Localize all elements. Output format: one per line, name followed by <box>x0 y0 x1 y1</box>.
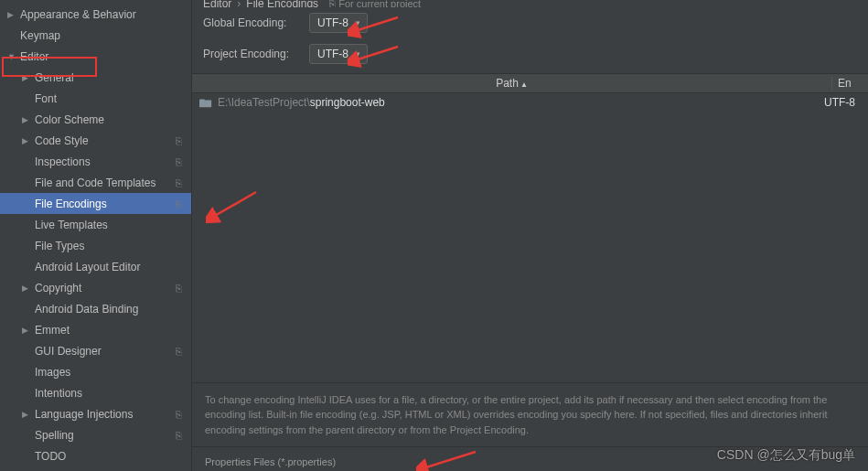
encoding-table-header: Path▲ En <box>192 73 868 93</box>
tree-item-label: TODO <box>35 450 191 463</box>
tree-item-label: General <box>35 71 191 84</box>
project-scope-icon: ⎘ <box>176 177 182 188</box>
tree-item-language-injections[interactable]: ▶Language Injections⎘ <box>0 403 191 424</box>
tree-item-label: Inspections <box>35 155 191 168</box>
path-prefix: E:\IdeaTestProject\ <box>218 96 310 109</box>
breadcrumb-cat: Editor <box>203 0 231 7</box>
tree-item-android-data-binding[interactable]: Android Data Binding <box>0 298 191 319</box>
tree-item-file-and-code-templates[interactable]: File and Code Templates⎘ <box>0 172 191 193</box>
tree-item-label: Emmet <box>35 324 191 337</box>
encoding-hint: To change encoding IntelliJ IDEA uses fo… <box>192 382 868 447</box>
tree-item-todo[interactable]: TODO <box>0 445 191 466</box>
arrow-down-icon: ▼ <box>7 52 16 61</box>
global-encoding-value: UTF-8 <box>317 16 348 29</box>
encoding-value[interactable]: UTF-8 <box>824 96 868 109</box>
tree-item-code-style[interactable]: ▶Code Style⎘ <box>0 130 191 151</box>
project-scope-icon: ⎘ <box>176 346 182 357</box>
tree-item-label: Font <box>35 92 191 105</box>
arrow-right-icon: ▶ <box>22 73 31 82</box>
arrow-right-icon: ▶ <box>7 10 16 19</box>
sort-asc-icon: ▲ <box>520 80 528 89</box>
tree-item-keymap[interactable]: Keymap <box>0 25 191 46</box>
tree-item-live-templates[interactable]: Live Templates <box>0 214 191 235</box>
tree-item-label: Appearance & Behavior <box>20 8 191 21</box>
tree-item-file-encodings[interactable]: File Encodings⎘ <box>0 193 191 214</box>
tree-item-label: Editor <box>20 50 191 63</box>
tree-item-label: File and Code Templates <box>35 177 191 189</box>
tree-item-label: Android Layout Editor <box>35 261 191 273</box>
table-row[interactable]: E:\IdeaTestProject\springboot-webUTF-8 <box>192 93 868 112</box>
project-scope-icon: ⎘ <box>176 283 182 294</box>
tree-item-label: File Encodings <box>35 198 191 210</box>
tree-item-font[interactable]: Font <box>0 88 191 109</box>
caret-down-icon: ▼ <box>354 19 361 27</box>
tree-item-editor[interactable]: ▼Editor <box>0 46 191 67</box>
tree-item-android-layout-editor[interactable]: Android Layout Editor <box>0 256 191 277</box>
project-encoding-value: UTF-8 <box>317 48 348 60</box>
arrow-right-icon: ▶ <box>22 410 31 419</box>
global-encoding-combo[interactable]: UTF-8 ▼ <box>309 13 368 33</box>
col-path-header[interactable]: Path▲ <box>192 77 831 90</box>
main-panel: Editor › File Encodings ⎘ For current pr… <box>192 0 868 471</box>
tree-item-label: Keymap <box>20 29 191 42</box>
tree-item-intentions[interactable]: Intentions <box>0 382 191 403</box>
settings-tree[interactable]: ▶Appearance & BehaviorKeymap▼Editor▶Gene… <box>0 0 192 471</box>
tree-item-gui-designer[interactable]: GUI Designer⎘ <box>0 340 191 361</box>
breadcrumb: Editor › File Encodings ⎘ For current pr… <box>192 0 868 7</box>
project-scope-icon: ⎘ <box>176 409 182 420</box>
chevron-right-icon: › <box>237 0 241 7</box>
project-encoding-combo[interactable]: UTF-8 ▼ <box>309 44 368 64</box>
tree-item-label: Color Scheme <box>35 113 191 126</box>
folder-icon <box>199 97 212 108</box>
tree-item-label: File Types <box>35 240 191 252</box>
project-scope-icon: ⎘ <box>176 198 182 209</box>
tree-item-label: GUI Designer <box>35 345 191 358</box>
tree-item-label: Language Injections <box>35 408 191 421</box>
tree-item-images[interactable]: Images <box>0 361 191 382</box>
path-name: springboot-web <box>310 96 385 109</box>
tree-item-color-scheme[interactable]: ▶Color Scheme <box>0 109 191 130</box>
scope-badge: ⎘ For current project <box>324 0 421 7</box>
project-scope-icon: ⎘ <box>176 430 182 441</box>
col-encoding-header[interactable]: En <box>831 77 868 90</box>
properties-files-section-title: Properties Files (*.properties) <box>192 446 868 471</box>
tree-item-copyright[interactable]: ▶Copyright⎘ <box>0 277 191 298</box>
tree-item-appearance-behavior[interactable]: ▶Appearance & Behavior <box>0 4 191 25</box>
encoding-table-body[interactable]: E:\IdeaTestProject\springboot-webUTF-8 <box>192 93 868 382</box>
arrow-right-icon: ▶ <box>22 115 31 124</box>
tree-item-label: Images <box>35 366 191 379</box>
tree-item-spelling[interactable]: Spelling⎘ <box>0 424 191 445</box>
tree-item-emmet[interactable]: ▶Emmet <box>0 319 191 340</box>
arrow-right-icon: ▶ <box>22 326 31 335</box>
arrow-right-icon: ▶ <box>22 136 31 145</box>
caret-down-icon: ▼ <box>354 50 361 59</box>
project-encoding-label: Project Encoding: <box>203 48 302 60</box>
tree-item-label: Copyright <box>35 282 191 294</box>
breadcrumb-page: File Encodings <box>246 0 318 7</box>
tree-item-label: Live Templates <box>35 219 191 231</box>
project-scope-icon: ⎘ <box>176 135 182 146</box>
tree-item-general[interactable]: ▶General <box>0 67 191 88</box>
tree-item-label: Code Style <box>35 134 191 147</box>
arrow-right-icon: ▶ <box>22 284 31 293</box>
tree-item-label: Spelling <box>35 429 191 442</box>
global-encoding-label: Global Encoding: <box>203 16 302 29</box>
tree-item-inspections[interactable]: Inspections⎘ <box>0 151 191 172</box>
tree-item-label: Android Data Binding <box>35 303 191 316</box>
project-scope-icon: ⎘ <box>176 156 182 167</box>
tree-item-label: Intentions <box>35 387 191 400</box>
tree-item-file-types[interactable]: File Types <box>0 235 191 256</box>
